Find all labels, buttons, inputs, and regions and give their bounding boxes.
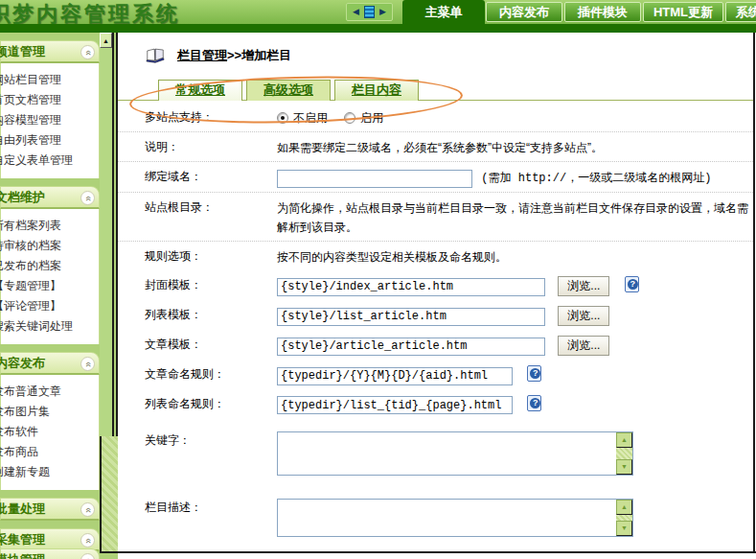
cover-template-input[interactable] [277,278,545,296]
collapse-icon[interactable]: « [80,553,95,559]
top-nav: ◀ ▶ 主菜单 内容发布 插件模块 HTML更新 系统 [346,0,756,24]
nav-prev-icon[interactable]: ◀ [353,8,359,16]
collapse-icon[interactable]: « [80,502,95,517]
domain-value: (需加 http://，一级或二级域名的根网址) [277,166,753,188]
radio-multisite-on[interactable] [344,112,355,124]
sidebar-header-label: 批量处理 [0,501,45,518]
sidebar-header-content-publish[interactable]: 内容发布 « [0,352,100,375]
collapse-icon[interactable]: « [80,533,95,547]
sidebar-panel-channel: 网站栏目管理 首页文档管理 内容模型管理 自由列表管理 自定义表单管理 [0,63,100,178]
rule-text: 按不同的内容类型设定相关模板及命名规则。 [277,245,753,267]
keywords-label: 关键字： [145,430,277,449]
article-template-label: 文章模板： [145,334,277,353]
radio-multisite-on-label[interactable]: 启用 [360,111,383,125]
sidebar-item-free-list-manage[interactable]: 自由列表管理 [0,130,99,151]
sidebar-item-content-model-manage[interactable]: 内容模型管理 [0,110,99,130]
scroll-down-icon[interactable]: ▼ [616,459,632,475]
top-bar: 织梦内容管理系统 ◀ ▶ 主菜单 内容发布 插件模块 HTML更新 系统 [0,0,756,24]
topnav-tab-html-update[interactable]: HTML更新 [643,2,723,22]
article-rule-label: 文章命名规则： [145,363,277,383]
sidebar-scrollbar-lower [100,436,118,551]
article-rule-value [277,363,753,385]
sidebar-panel-doc-maintain: 所有档案列表 待审核的档案 已发布的档案 【专题管理】 【评论管理】 搜索关键词… [0,209,100,344]
sidebar-section-modules: 模块管理 « [0,548,100,559]
multisite-options: 不启用 启用 [277,106,753,128]
description-scrollbar[interactable]: ▲ ▼ [616,500,632,536]
article-template-value: 浏览... [277,334,753,356]
note-label: 说明： [145,136,277,155]
sidebar-item-custom-form-manage[interactable]: 自定义表单管理 [0,151,99,171]
sidebar-item-search-keywords[interactable]: 搜索关键词处理 [0,316,99,337]
list-browse-button[interactable]: 浏览... [558,306,609,326]
description-textarea[interactable] [278,500,616,536]
keywords-textarea-wrap: ▲ ▼ [277,431,633,476]
siteroot-label: 站点根目录： [145,197,277,216]
sidebar-item-site-column-manage[interactable]: 网站栏目管理 [0,70,99,90]
row-cover-template: 封面模板： 浏览... [118,270,753,300]
topnav-tab-main-menu[interactable]: 主菜单 [402,0,485,24]
topnav-tab-plugin-modules[interactable]: 插件模块 [564,2,641,22]
tab-column-content[interactable]: 栏目内容 [334,80,419,101]
sidebar-header-doc-maintain[interactable]: 文档维护 « [0,186,100,209]
row-domain: 绑定域名： (需加 http://，一级或二级域名的根网址) [118,162,753,193]
keywords-textarea[interactable] [278,432,616,475]
topnav-tab-content-publish[interactable]: 内容发布 [486,2,562,22]
row-description: 栏目描述： ▲ ▼ [118,493,753,541]
sidebar-item-publish-gallery[interactable]: 发布图片集 [0,402,99,422]
scroll-up-icon[interactable]: ▲ [100,33,112,48]
sidebar-header-channel[interactable]: 频道管理 « [0,40,100,63]
tab-general-options[interactable]: 常规选项 [158,80,242,101]
scroll-up-icon[interactable]: ▲ [616,432,632,448]
row-multisite: 多站点支持： 不启用 启用 [118,103,753,132]
keywords-scrollbar[interactable]: ▲ ▼ [616,432,632,475]
sidebar-item-comment-manage[interactable]: 【评论管理】 [0,296,99,316]
sidebar-item-publish-software[interactable]: 发布软件 [0,422,99,442]
sidebar-header-label: 频道管理 [0,43,45,60]
list-template-input[interactable] [277,308,545,326]
sidebar-item-publish-article[interactable]: 发布普通文章 [0,382,99,402]
sidebar-header-label: 模块管理 [0,551,45,559]
sidebar-header-modules[interactable]: 模块管理 « [0,548,100,559]
list-rule-input[interactable] [277,396,513,414]
domain-input[interactable] [277,170,472,188]
nav-next-icon[interactable]: ▶ [379,8,386,16]
multisite-label: 多站点支持： [145,106,277,126]
cover-help-icon[interactable] [625,276,639,292]
radio-multisite-off[interactable] [277,112,288,124]
collapse-icon[interactable]: « [80,357,95,371]
sidebar-item-special-manage[interactable]: 【专题管理】 [0,276,99,296]
sidebar-header-batch[interactable]: 批量处理 « [0,498,100,521]
row-siteroot: 站点根目录： 为简化操作，站点根目录与当前栏目目录一致，请注意当前栏目文件保存目… [118,193,753,242]
sidebar-item-published-archives[interactable]: 已发布的档案 [0,256,99,276]
sidebar-item-pending-archives[interactable]: 待审核的档案 [0,236,99,256]
sidebar-scrollbar[interactable]: ▲ [100,33,114,436]
article-rule-input[interactable] [277,367,513,385]
sidebar-item-publish-product[interactable]: 发布商品 [0,442,99,462]
tab-advanced-options[interactable]: 高级选项 [246,80,331,101]
list-rule-label: 列表命名规则： [145,393,277,412]
domain-label: 绑定域名： [145,166,277,185]
sidebar-item-home-doc-manage[interactable]: 首页文档管理 [0,90,99,110]
breadcrumb-link[interactable]: 栏目管理 [177,48,227,62]
sidebar-item-all-archives[interactable]: 所有档案列表 [0,216,99,236]
cover-browse-button[interactable]: 浏览... [558,276,609,296]
collapse-icon[interactable]: « [80,45,95,59]
list-rule-help-icon[interactable] [527,395,541,411]
form-tabbar: 常规选项 高级选项 栏目内容 [118,80,753,101]
list-template-label: 列表模板： [145,304,277,323]
scroll-up-icon[interactable]: ▲ [616,500,632,515]
keywords-value: ▲ ▼ [277,430,753,476]
cover-template-label: 封面模板： [145,274,277,293]
article-template-input[interactable] [277,338,545,356]
article-rule-help-icon[interactable] [527,365,541,382]
scroll-down-icon[interactable]: ▼ [616,521,632,536]
row-note: 说明： 如果需要绑定二级域名，必须在“系统参数”中设定“支持多站点”。 [118,132,753,162]
article-browse-button[interactable]: 浏览... [558,336,609,356]
sidebar-header-label: 采集管理 [0,531,45,548]
dedecms-admin-page: 织梦内容管理系统 ◀ ▶ 主菜单 内容发布 插件模块 HTML更新 系统 频道管… [0,0,756,559]
topnav-tab-system[interactable]: 系统 [725,2,756,22]
collapse-icon[interactable]: « [80,191,95,205]
radio-multisite-off-label[interactable]: 不启用 [293,111,328,125]
menu-book-icon[interactable] [364,6,375,18]
sidebar-item-create-special[interactable]: 创建新专题 [0,462,99,482]
